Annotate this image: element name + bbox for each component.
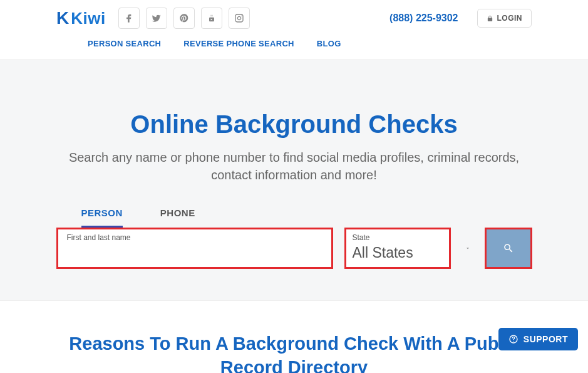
instagram-icon[interactable] [229,8,250,29]
name-input[interactable] [67,244,322,256]
help-icon [508,334,518,344]
youtube-icon[interactable] [201,8,222,29]
tab-person[interactable]: PERSON [81,208,123,228]
phone-link[interactable]: (888) 225-9302 [389,13,458,24]
state-dropdown-arrow[interactable] [462,228,473,269]
nav-blog[interactable]: BLOG [317,39,341,48]
tab-phone[interactable]: PHONE [160,208,195,228]
login-label: LOGIN [497,14,523,23]
twitter-icon[interactable] [146,8,167,29]
logo-icon: K [56,8,67,28]
support-label: SUPPORT [524,334,568,344]
page-subtitle: Search any name or phone number to find … [63,149,526,184]
logo[interactable]: K Kiwi [56,8,106,28]
state-label: State [353,233,443,242]
search-icon [503,243,514,254]
pinterest-icon[interactable] [173,8,195,29]
search-button[interactable] [485,228,532,269]
facebook-icon[interactable] [118,8,140,29]
page-title: Online Background Checks [25,110,563,139]
chevron-down-icon [465,245,471,251]
nav-person-search[interactable]: PERSON SEARCH [88,39,161,48]
section-title: Reasons To Run A Background Check With A… [69,332,520,373]
name-label: First and last name [67,233,322,242]
nav-reverse-phone[interactable]: REVERSE PHONE SEARCH [183,39,294,48]
svg-point-1 [513,341,513,342]
login-button[interactable]: LOGIN [477,9,532,28]
state-field[interactable]: State All States [344,228,451,269]
support-button[interactable]: SUPPORT [498,328,578,350]
logo-text: Kiwi [71,9,105,28]
name-field[interactable]: First and last name [56,228,333,269]
lock-icon [487,15,493,22]
state-value: All States [353,244,443,261]
